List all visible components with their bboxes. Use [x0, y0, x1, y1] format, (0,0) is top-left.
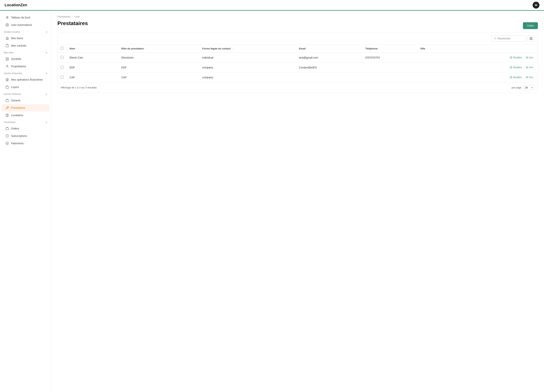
home-outline-icon [5, 36, 9, 40]
section-mes-infos[interactable]: Mes infos ∧ [0, 49, 51, 55]
row-checkbox[interactable] [61, 66, 64, 69]
row-email [296, 72, 362, 82]
avatar[interactable]: M [532, 2, 539, 9]
columns-button[interactable] [527, 36, 535, 42]
row-nom: EDF [66, 63, 118, 72]
select-all-checkbox[interactable] [61, 47, 64, 50]
row-forme: individual [199, 53, 296, 63]
svg-rect-6 [6, 100, 9, 102]
row-actions: Modifier Voir [452, 53, 538, 63]
circle-dollar-icon [5, 78, 9, 82]
modifier-button[interactable]: Modifier [508, 75, 523, 79]
chevron-up-icon-3: ∧ [46, 72, 47, 75]
sidebar-item-proprietaires[interactable]: Propriétaires [1, 63, 50, 70]
sidebar-item-mes-contrats[interactable]: Mes contrats [1, 42, 50, 49]
briefcase-garants-icon [5, 98, 9, 102]
sidebar-item-mes-biens[interactable]: Mes biens [1, 35, 50, 42]
sidebar-item-prestataires[interactable]: Prestataires [1, 104, 50, 111]
row-email: Contact@edf.fr [296, 63, 362, 72]
logo: LocationZen [5, 3, 27, 7]
modifier-button[interactable]: Modifier [508, 55, 523, 60]
building-icon [5, 57, 9, 61]
create-button[interactable]: Créer [523, 22, 538, 29]
sidebar: Tableau de bord User Automations Gestion… [0, 11, 51, 392]
row-role: EDF [118, 63, 199, 72]
table-head: Nom ⌄ Rôle du prestataire ⌄ [58, 44, 538, 53]
breadcrumb-liste: Liste [75, 15, 80, 18]
col-email[interactable]: Email ⌄ [296, 44, 362, 53]
section-gestion-financiere[interactable]: Gestion financière ∧ [0, 70, 51, 76]
row-checkbox[interactable] [61, 56, 64, 59]
subscriptions-icon [5, 134, 9, 138]
chevron-up-icon-2: ∧ [46, 51, 47, 54]
sidebar-item-subscriptions[interactable]: Subscriptions [1, 132, 50, 140]
row-actions: Modifier Voir [452, 63, 538, 72]
voir-button[interactable]: Voir [524, 75, 535, 79]
chevron-up-icon-4: ∧ [46, 93, 47, 95]
sidebar-item-societes[interactable]: Sociétés [1, 55, 50, 63]
col-telephone[interactable]: Téléphone ⌄ [362, 44, 417, 53]
main-content: Prestataires › Liste Prestataires Créer [51, 11, 544, 392]
tools-icon [5, 106, 9, 110]
table-footer: Affichage de 1 à 3 sur 3 résultats par p… [58, 82, 538, 93]
sidebar-item-operations[interactable]: Mes opérations financières [1, 76, 50, 83]
svg-point-3 [7, 65, 8, 66]
home-icon [5, 16, 9, 19]
prestataires-table: Nom ⌄ Rôle du prestataire ⌄ [58, 44, 538, 82]
per-page-select[interactable]: 10 25 50 100 [523, 85, 535, 90]
search-input[interactable] [498, 37, 522, 40]
sidebar-label-paiements: Paiements [11, 142, 24, 145]
sidebar-label-subscriptions: Subscriptions [11, 134, 27, 137]
voir-button[interactable]: Voir [524, 65, 535, 70]
layout: Tableau de bord User Automations Gestion… [0, 11, 544, 392]
svg-point-17 [526, 67, 527, 68]
sidebar-label-mes-biens: Mes biens [11, 37, 23, 40]
select-all-cell [58, 44, 66, 53]
col-forme[interactable]: Forme légale du contact ⌄ [199, 44, 296, 53]
table-card: Nom ⌄ Rôle du prestataire ⌄ [57, 33, 538, 93]
voir-button[interactable]: Voir [524, 55, 535, 60]
sort-ville-icon: ⌄ [426, 48, 427, 50]
col-nom[interactable]: Nom ⌄ [66, 44, 118, 53]
orders-icon [5, 127, 9, 131]
svg-point-1 [7, 24, 8, 25]
user-circle-icon [5, 113, 9, 117]
breadcrumb-prestataires[interactable]: Prestataires [57, 15, 71, 18]
sidebar-item-loyers[interactable]: Loyers [1, 83, 50, 91]
row-ville [417, 53, 452, 63]
row-checkbox-cell [58, 53, 66, 63]
sort-nom-icon: ⌄ [76, 48, 77, 50]
row-checkbox-cell [58, 72, 66, 82]
per-page-selector: par page 10 25 50 100 [512, 85, 535, 90]
row-checkbox-cell [58, 63, 66, 72]
section-gestion-locative[interactable]: Gestion locative ∧ [0, 29, 51, 34]
col-ville[interactable]: Ville ⌄ [417, 44, 452, 53]
chevron-up-icon-5: ∧ [46, 121, 47, 124]
sidebar-item-user-automations[interactable]: User Automations [1, 21, 50, 29]
sidebar-item-locataires[interactable]: Locataires [1, 112, 50, 119]
sidebar-item-garants[interactable]: Garants [1, 97, 50, 104]
sidebar-label-mes-contrats: Mes contrats [11, 44, 26, 47]
page-header: Prestataires Créer [57, 20, 538, 31]
row-checkbox[interactable] [61, 76, 64, 78]
col-role[interactable]: Rôle du prestataire ⌄ [118, 44, 199, 53]
table-body: Electri Cien Electricien individual test… [58, 53, 538, 82]
table-row: CAF CAF company Modifier Voir [58, 72, 538, 82]
pagination-info: Affichage de 1 à 3 sur 3 résultats [61, 86, 97, 89]
modifier-button[interactable]: Modifier [508, 65, 523, 70]
row-telephone [362, 72, 417, 82]
briefcase-icon [5, 85, 9, 89]
section-parametres[interactable]: Paramètres ∧ [0, 119, 51, 125]
sidebar-item-paiements[interactable]: Paiements [1, 140, 50, 147]
sidebar-item-orders[interactable]: Orders [1, 125, 50, 132]
row-forme: company [199, 72, 296, 82]
sidebar-label-proprietaires: Propriétaires [11, 65, 26, 68]
section-carnet-adresse[interactable]: Carnet d'adresse ∧ [0, 91, 51, 97]
top-nav: LocationZen M [0, 0, 544, 11]
sidebar-item-tableau-de-bord[interactable]: Tableau de bord [1, 14, 50, 21]
sort-telephone-icon: ⌄ [378, 48, 380, 50]
sidebar-label-loyers: Loyers [11, 86, 19, 89]
row-actions: Modifier Voir [452, 72, 538, 82]
sidebar-label-societes: Sociétés [11, 57, 21, 60]
per-page-label: par page [512, 86, 521, 89]
